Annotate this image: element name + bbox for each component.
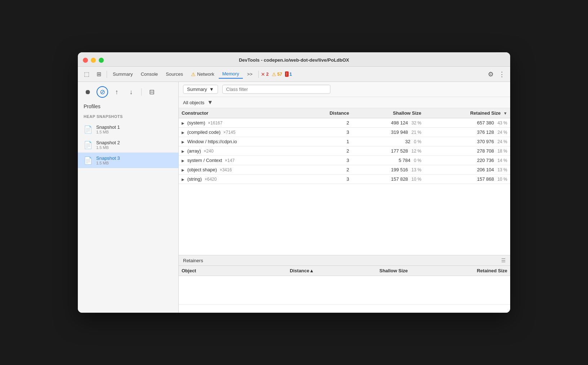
retainers-table: Object Distance▲ Shallow Size Retained S… [179,266,510,305]
table-row[interactable]: ▶ system / Context ×147 3 5 784 0 % 220 … [179,156,510,165]
table-row[interactable]: ▶ (array) ×240 2 177 528 12 % 278 708 18… [179,146,510,156]
cell-constructor-2: ▶ Window / https://cdpn.io [179,137,301,146]
snapshot-size-1: 1.5 MB [96,130,173,134]
heap-table-container: Constructor Distance Shallow Size Retain… [179,108,510,255]
expand-icon-6[interactable]: ▶ [182,177,184,181]
tab-memory[interactable]: Memory [219,70,243,79]
inspector-icon-btn[interactable]: ⬚ [81,69,92,80]
tab-bar: ⬚ ⊞ Summary Console Sources ⚠ Network Me… [78,67,510,82]
expand-icon-2[interactable]: ▶ [182,140,184,144]
col-constructor[interactable]: Constructor [179,108,301,118]
cell-constructor-3: ▶ (array) ×240 [179,146,301,156]
window-title: DevTools - codepen.io/web-dot-dev/live/P… [239,57,349,63]
filter-bar: All objects ▼ [179,97,510,108]
cell-shallow-1: 319 948 21 % [352,128,424,137]
filter-dropdown-icon[interactable]: ▼ [207,99,213,106]
title-bar: DevTools - codepen.io/web-dot-dev/live/P… [78,52,510,67]
retainers-header-row: Object Distance▲ Shallow Size Retained S… [179,266,510,276]
expand-icon-3[interactable]: ▶ [182,149,184,153]
col-shallow-size[interactable]: Shallow Size [352,108,424,118]
more-tabs-btn[interactable]: >> [244,70,256,78]
cell-distance-1: 3 [301,128,352,137]
cell-shallow-0: 498 124 32 % [352,118,424,128]
class-filter-input[interactable] [222,85,330,94]
minimize-button[interactable] [91,58,96,63]
expand-icon-1[interactable]: ▶ [182,131,184,135]
cell-constructor-1: ▶ (compiled code) ×7145 [179,128,301,137]
snapshot-item-3[interactable]: 📄 Snapshot 3 1.5 MB [78,153,178,168]
settings-btn[interactable]: ⚙ [486,69,496,80]
retainers-menu-icon[interactable]: ☰ [501,258,506,263]
traffic-lights [83,58,104,63]
snapshot-name-2: Snapshot 2 [96,140,173,145]
col-distance[interactable]: Distance [301,108,352,118]
upload-btn[interactable]: ↑ [111,86,122,98]
heap-snapshots-label: HEAP SNAPSHOTS [78,113,178,122]
snapshot-item-2[interactable]: 📄 Snapshot 2 1.5 MB [78,137,178,153]
snapshot-info-1: Snapshot 1 1.5 MB [96,124,173,134]
col-shallow-size-ret[interactable]: Shallow Size [317,266,410,276]
summary-label: Summary [187,87,207,92]
warning-badge: ⚠ 57 [272,71,282,77]
snapshot-icon-3: 📄 [84,156,93,165]
close-button[interactable] [83,58,88,63]
table-row[interactable]: ▶ (compiled code) ×7145 3 319 948 21 % 3… [179,128,510,137]
snapshot-name-3: Snapshot 3 [96,155,173,161]
separator-1 [107,71,107,78]
retainers-empty-row [179,276,510,305]
snapshot-size-2: 1.5 MB [96,145,173,150]
cell-shallow-3: 177 528 12 % [352,146,424,156]
snapshot-info-2: Snapshot 2 1.5 MB [96,140,173,150]
maximize-button[interactable] [99,58,104,63]
col-distance-asc[interactable]: Distance▲ [235,266,317,276]
panel-toolbar: Summary ▼ [179,82,510,97]
summary-select[interactable]: Summary ▼ [183,85,218,94]
all-objects-label: All objects [183,100,204,105]
cell-distance-6: 3 [301,175,352,184]
network-warning-icon: ⚠ [191,71,196,77]
expand-icon-0[interactable]: ▶ [182,121,184,125]
expand-icon-4[interactable]: ▶ [182,159,184,163]
tab-elements[interactable]: Summary [109,70,137,78]
col-retained-size[interactable]: Retained Size ▼ [424,108,510,118]
cell-retained-3: 278 708 18 % [424,146,510,156]
cell-shallow-4: 5 784 0 % [352,156,424,165]
cell-shallow-5: 199 516 13 % [352,165,424,175]
main-panel: Summary ▼ All objects ▼ Constructor Dist… [179,82,510,313]
device-icon-btn[interactable]: ⊞ [93,69,104,80]
cell-retained-5: 206 104 13 % [424,165,510,175]
tab-network[interactable]: ⚠ Network [187,70,218,79]
snapshot-icon-1: 📄 [84,125,93,134]
summary-dropdown-icon: ▼ [209,87,214,92]
cell-shallow-6: 157 828 10 % [352,175,424,184]
tab-network-label: Network [197,71,214,77]
sidebar-actions: ⏺ ⊘ ↑ ↓ ⊟ [78,86,178,102]
more-options-btn[interactable]: ⋮ [496,69,507,80]
cell-shallow-2: 32 0 % [352,137,424,146]
download-btn[interactable]: ↓ [125,86,137,98]
filter-btn[interactable]: ⊟ [146,86,157,98]
sidebar: ⏺ ⊘ ↑ ↓ ⊟ Profiles HEAP SNAPSHOTS 📄 Snap… [78,82,179,313]
cell-retained-2: 370 976 24 % [424,137,510,146]
expand-icon-5[interactable]: ▶ [182,168,184,172]
table-row[interactable]: ▶ (system) ×16167 2 498 124 32 % 657 380… [179,118,510,128]
record-btn[interactable]: ⏺ [82,86,94,98]
devtools-window: DevTools - codepen.io/web-dot-dev/live/P… [78,52,510,313]
cell-retained-1: 376 128 24 % [424,128,510,137]
clear-btn[interactable]: ⊘ [97,86,108,98]
error-badge: ✕ 2 [261,71,269,77]
retainers-label: Retainers [183,258,203,263]
cell-retained-6: 157 868 10 % [424,175,510,184]
snapshot-item-1[interactable]: 📄 Snapshot 1 1.5 MB [78,122,178,137]
profiles-label: Profiles [78,102,178,113]
table-row[interactable]: ▶ (object shape) ×3416 2 199 516 13 % 20… [179,165,510,175]
table-row[interactable]: ▶ (string) ×6420 3 157 828 10 % 157 868 … [179,175,510,184]
snapshot-icon-2: 📄 [84,141,93,149]
table-row[interactable]: ▶ Window / https://cdpn.io 1 32 0 % 370 … [179,137,510,146]
tab-console[interactable]: Console [137,70,162,78]
col-object[interactable]: Object [179,266,235,276]
col-retained-size-ret[interactable]: Retained Size [411,266,510,276]
tab-sources[interactable]: Sources [162,70,187,78]
main-content: ⏺ ⊘ ↑ ↓ ⊟ Profiles HEAP SNAPSHOTS 📄 Snap… [78,82,510,313]
sort-arrow-icon: ▼ [503,111,507,115]
